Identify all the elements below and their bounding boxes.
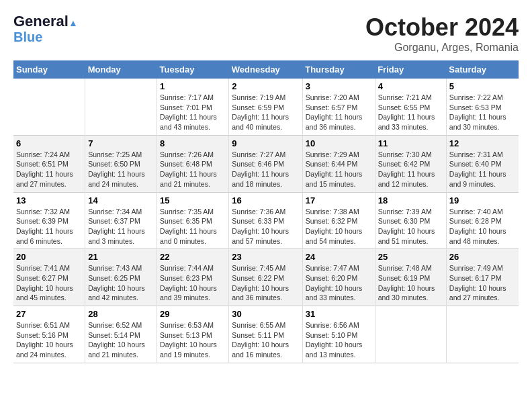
- logo-blue: Blue: [13, 30, 42, 44]
- day-number: 23: [232, 252, 299, 262]
- day-info: Sunrise: 7:35 AM Sunset: 6:35 PM Dayligh…: [160, 207, 226, 246]
- day-number: 17: [306, 195, 372, 205]
- calendar-week-4: 20Sunrise: 7:41 AM Sunset: 6:27 PM Dayli…: [13, 249, 519, 306]
- calendar-cell: 31Sunrise: 6:56 AM Sunset: 5:10 PM Dayli…: [302, 306, 375, 363]
- day-info: Sunrise: 7:27 AM Sunset: 6:46 PM Dayligh…: [232, 150, 299, 189]
- calendar-cell: 7Sunrise: 7:25 AM Sunset: 6:50 PM Daylig…: [85, 135, 157, 192]
- day-info: Sunrise: 7:47 AM Sunset: 6:20 PM Dayligh…: [306, 263, 372, 303]
- calendar-cell: 8Sunrise: 7:26 AM Sunset: 6:48 PM Daylig…: [157, 135, 229, 192]
- calendar-cell: 26Sunrise: 7:49 AM Sunset: 6:17 PM Dayli…: [446, 249, 519, 306]
- calendar-cell: 11Sunrise: 7:30 AM Sunset: 6:42 PM Dayli…: [375, 135, 446, 192]
- calendar-cell: 29Sunrise: 6:53 AM Sunset: 5:13 PM Dayli…: [157, 306, 229, 363]
- day-info: Sunrise: 7:22 AM Sunset: 6:53 PM Dayligh…: [449, 93, 516, 132]
- day-number: 15: [160, 195, 226, 205]
- logo-text: General▲: [13, 13, 78, 30]
- weekday-header-tuesday: Tuesday: [157, 60, 229, 79]
- day-number: 3: [306, 81, 372, 91]
- weekday-header-friday: Friday: [375, 60, 446, 79]
- calendar-body: 1Sunrise: 7:17 AM Sunset: 7:01 PM Daylig…: [13, 79, 519, 363]
- day-info: Sunrise: 7:30 AM Sunset: 6:42 PM Dayligh…: [378, 150, 443, 189]
- page-header: General▲ Blue October 2024 Gorganu, Arge…: [13, 13, 519, 54]
- day-info: Sunrise: 7:32 AM Sunset: 6:39 PM Dayligh…: [16, 207, 82, 246]
- calendar-cell: 1Sunrise: 7:17 AM Sunset: 7:01 PM Daylig…: [157, 79, 229, 135]
- day-number: 14: [88, 195, 154, 205]
- day-info: Sunrise: 7:29 AM Sunset: 6:44 PM Dayligh…: [306, 150, 372, 189]
- calendar-cell: 2Sunrise: 7:19 AM Sunset: 6:59 PM Daylig…: [229, 79, 302, 135]
- weekday-header-thursday: Thursday: [302, 60, 375, 79]
- day-number: 30: [232, 309, 299, 319]
- day-info: Sunrise: 7:48 AM Sunset: 6:19 PM Dayligh…: [378, 263, 443, 303]
- calendar-cell: 9Sunrise: 7:27 AM Sunset: 6:46 PM Daylig…: [229, 135, 302, 192]
- calendar-cell: 28Sunrise: 6:52 AM Sunset: 5:14 PM Dayli…: [85, 306, 157, 363]
- calendar-cell: 22Sunrise: 7:44 AM Sunset: 6:23 PM Dayli…: [157, 249, 229, 306]
- location: Gorganu, Arges, Romania: [365, 42, 519, 54]
- day-number: 18: [378, 195, 443, 205]
- calendar-cell: 4Sunrise: 7:21 AM Sunset: 6:55 PM Daylig…: [375, 79, 446, 135]
- calendar-cell: 23Sunrise: 7:45 AM Sunset: 6:22 PM Dayli…: [229, 249, 302, 306]
- day-info: Sunrise: 7:31 AM Sunset: 6:40 PM Dayligh…: [449, 150, 516, 189]
- day-number: 16: [232, 195, 299, 205]
- weekday-header-wednesday: Wednesday: [229, 60, 302, 79]
- day-number: 12: [449, 138, 516, 148]
- day-number: 9: [232, 138, 299, 148]
- day-info: Sunrise: 7:20 AM Sunset: 6:57 PM Dayligh…: [306, 93, 372, 132]
- day-info: Sunrise: 7:41 AM Sunset: 6:27 PM Dayligh…: [16, 263, 82, 303]
- day-number: 4: [378, 81, 443, 91]
- day-info: Sunrise: 6:51 AM Sunset: 5:16 PM Dayligh…: [16, 320, 82, 360]
- calendar-cell: [13, 79, 85, 135]
- day-number: 2: [232, 81, 299, 91]
- logo: General▲ Blue: [13, 13, 78, 44]
- day-number: 13: [16, 195, 82, 205]
- calendar-cell: 5Sunrise: 7:22 AM Sunset: 6:53 PM Daylig…: [446, 79, 519, 135]
- day-number: 6: [16, 138, 82, 148]
- calendar-cell: 19Sunrise: 7:40 AM Sunset: 6:28 PM Dayli…: [446, 192, 519, 249]
- weekday-header-monday: Monday: [85, 60, 157, 79]
- day-info: Sunrise: 7:34 AM Sunset: 6:37 PM Dayligh…: [88, 207, 154, 246]
- calendar-cell: 6Sunrise: 7:24 AM Sunset: 6:51 PM Daylig…: [13, 135, 85, 192]
- calendar-cell: [375, 306, 446, 363]
- day-info: Sunrise: 7:26 AM Sunset: 6:48 PM Dayligh…: [160, 150, 226, 189]
- calendar-cell: 10Sunrise: 7:29 AM Sunset: 6:44 PM Dayli…: [302, 135, 375, 192]
- day-number: 26: [449, 252, 516, 262]
- calendar-cell: 20Sunrise: 7:41 AM Sunset: 6:27 PM Dayli…: [13, 249, 85, 306]
- day-info: Sunrise: 6:52 AM Sunset: 5:14 PM Dayligh…: [88, 320, 154, 360]
- day-info: Sunrise: 7:40 AM Sunset: 6:28 PM Dayligh…: [449, 207, 516, 246]
- calendar-cell: [446, 306, 519, 363]
- day-number: 10: [306, 138, 372, 148]
- day-info: Sunrise: 7:45 AM Sunset: 6:22 PM Dayligh…: [232, 263, 299, 303]
- day-number: 22: [160, 252, 226, 262]
- day-info: Sunrise: 6:53 AM Sunset: 5:13 PM Dayligh…: [160, 320, 226, 360]
- calendar-week-3: 13Sunrise: 7:32 AM Sunset: 6:39 PM Dayli…: [13, 192, 519, 249]
- day-number: 7: [88, 138, 154, 148]
- calendar-week-2: 6Sunrise: 7:24 AM Sunset: 6:51 PM Daylig…: [13, 135, 519, 192]
- day-info: Sunrise: 7:39 AM Sunset: 6:30 PM Dayligh…: [378, 207, 443, 246]
- day-info: Sunrise: 6:55 AM Sunset: 5:11 PM Dayligh…: [232, 320, 299, 360]
- day-info: Sunrise: 7:38 AM Sunset: 6:32 PM Dayligh…: [306, 207, 372, 246]
- month-title: October 2024: [365, 13, 519, 42]
- day-number: 29: [160, 309, 226, 319]
- weekday-header-sunday: Sunday: [13, 60, 85, 79]
- calendar-cell: 18Sunrise: 7:39 AM Sunset: 6:30 PM Dayli…: [375, 192, 446, 249]
- calendar-cell: 12Sunrise: 7:31 AM Sunset: 6:40 PM Dayli…: [446, 135, 519, 192]
- calendar-cell: 16Sunrise: 7:36 AM Sunset: 6:33 PM Dayli…: [229, 192, 302, 249]
- day-info: Sunrise: 7:19 AM Sunset: 6:59 PM Dayligh…: [232, 93, 299, 132]
- calendar-cell: 15Sunrise: 7:35 AM Sunset: 6:35 PM Dayli…: [157, 192, 229, 249]
- calendar-cell: 24Sunrise: 7:47 AM Sunset: 6:20 PM Dayli…: [302, 249, 375, 306]
- day-info: Sunrise: 7:36 AM Sunset: 6:33 PM Dayligh…: [232, 207, 299, 246]
- day-number: 24: [306, 252, 372, 262]
- day-number: 28: [88, 309, 154, 319]
- day-number: 5: [449, 81, 516, 91]
- calendar-table: SundayMondayTuesdayWednesdayThursdayFrid…: [13, 60, 519, 363]
- calendar-week-5: 27Sunrise: 6:51 AM Sunset: 5:16 PM Dayli…: [13, 306, 519, 363]
- calendar-cell: 27Sunrise: 6:51 AM Sunset: 5:16 PM Dayli…: [13, 306, 85, 363]
- calendar-cell: 3Sunrise: 7:20 AM Sunset: 6:57 PM Daylig…: [302, 79, 375, 135]
- day-info: Sunrise: 7:17 AM Sunset: 7:01 PM Dayligh…: [160, 93, 226, 132]
- day-number: 1: [160, 81, 226, 91]
- calendar-week-1: 1Sunrise: 7:17 AM Sunset: 7:01 PM Daylig…: [13, 79, 519, 135]
- day-info: Sunrise: 7:24 AM Sunset: 6:51 PM Dayligh…: [16, 150, 82, 189]
- day-number: 8: [160, 138, 226, 148]
- day-info: Sunrise: 7:21 AM Sunset: 6:55 PM Dayligh…: [378, 93, 443, 132]
- day-info: Sunrise: 7:44 AM Sunset: 6:23 PM Dayligh…: [160, 263, 226, 303]
- day-number: 25: [378, 252, 443, 262]
- calendar-header-row: SundayMondayTuesdayWednesdayThursdayFrid…: [13, 60, 519, 79]
